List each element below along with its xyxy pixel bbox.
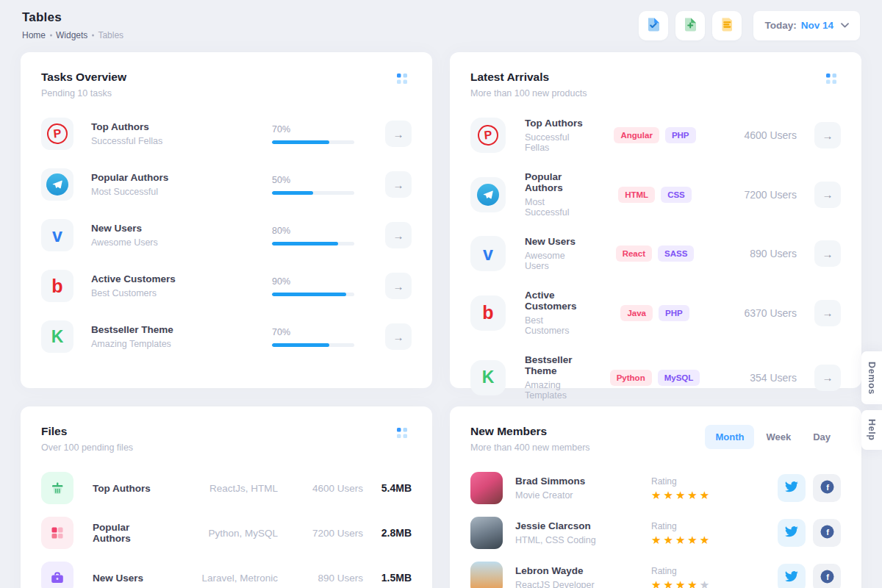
tag-badge: MySQL (658, 370, 700, 386)
arrival-subtitle: Most Successful (525, 197, 589, 218)
svg-text:f: f (826, 528, 829, 537)
task-title: Active Customers (91, 273, 272, 284)
latest-arrivals-card: Latest Arrivals More than 100 new produc… (450, 52, 861, 388)
dots-grid-icon (397, 74, 407, 87)
member-rating: Rating ★★★★★ (651, 566, 778, 588)
arrival-arrow-button[interactable]: → (814, 122, 841, 148)
task-row: b Active Customers Best Customers 90% → (41, 270, 412, 302)
twitter-button[interactable] (778, 519, 806, 547)
arrival-title: Bestseller Theme (525, 354, 589, 376)
arrival-arrow-button[interactable]: → (814, 300, 841, 326)
file-tech: Python, MySQL (160, 528, 278, 539)
topbar: Tables Home Widgets Tables (21, 9, 861, 52)
demos-side-tab[interactable]: Demos (861, 351, 882, 404)
file-size: 2.8MB (363, 527, 412, 539)
tasks-overview-menu-button[interactable] (392, 71, 412, 90)
arrival-text: Bestseller Theme Amazing Templates (525, 354, 589, 401)
facebook-icon: f (820, 525, 834, 542)
facebook-button[interactable]: f (813, 519, 841, 547)
file-plus-button[interactable] (675, 11, 705, 40)
arrival-title: Top Authors (525, 118, 589, 129)
period-tabs: Month Week Day (705, 425, 841, 449)
twitter-button[interactable] (778, 474, 806, 502)
file-lines-icon (719, 16, 735, 35)
member-name: Lebron Wayde (515, 565, 651, 576)
member-name: Jessie Clarcson (515, 520, 651, 531)
file-plus-icon (682, 16, 698, 35)
facebook-button[interactable]: f (813, 564, 841, 588)
twitter-button[interactable] (778, 564, 806, 588)
facebook-button[interactable]: f (813, 474, 841, 502)
task-arrow-button[interactable]: → (385, 171, 412, 198)
member-row: Jessie Clarcson HTML, CSS Coding Rating … (470, 517, 841, 549)
files-menu-button[interactable] (392, 425, 412, 444)
arrow-right-icon: → (822, 306, 833, 319)
arrow-right-icon: → (822, 248, 833, 260)
twitter-icon (785, 525, 798, 541)
task-title: Top Authors (91, 121, 272, 132)
task-row: P Top Authors Successful Fellas 70% → (41, 118, 412, 150)
kickstarter-icon: K (470, 360, 506, 395)
task-progress: 80% (272, 226, 354, 245)
tab-month[interactable]: Month (705, 425, 754, 449)
progress-fill (272, 140, 329, 144)
task-arrow-button[interactable]: → (385, 273, 412, 299)
file-tech: Laravel, Metronic (160, 573, 278, 584)
task-arrow-button[interactable]: → (385, 222, 412, 248)
page-heading: Tables Home Widgets Tables (22, 10, 123, 40)
vimeo-icon: v (470, 236, 506, 271)
arrival-users: 7200 Users (720, 189, 797, 201)
arrival-subtitle: Best Customers (525, 315, 589, 336)
files-header: Files Over 100 pending files (41, 425, 412, 453)
chevron-down-icon (841, 23, 849, 28)
progress-fill (272, 242, 338, 245)
arrow-right-icon: → (822, 188, 833, 201)
latest-arrivals-heading: Latest Arrivals More than 100 new produc… (470, 71, 587, 98)
arrow-right-icon: → (822, 371, 833, 384)
file-users: 890 Users (278, 573, 363, 584)
breadcrumb-home[interactable]: Home (22, 30, 46, 40)
today-label: Today: (764, 20, 796, 31)
arrival-text: Active Customers Best Customers (525, 290, 589, 336)
task-progress: 70% (272, 327, 354, 347)
rating-label: Rating (651, 521, 778, 531)
tab-week[interactable]: Week (756, 425, 801, 449)
arrival-tags: Java PHP (589, 305, 720, 321)
arrival-users: 890 Users (720, 248, 797, 259)
arrival-arrow-button[interactable]: → (814, 182, 841, 208)
arrival-arrow-button[interactable]: → (814, 240, 841, 267)
file-row: Popular Authors Python, MySQL 7200 Users… (41, 517, 412, 549)
arrival-subtitle: Successful Fellas (525, 132, 589, 153)
help-side-tab[interactable]: Help (861, 410, 882, 450)
arrival-arrow-button[interactable]: → (814, 365, 841, 391)
tasks-overview-title: Tasks Overview (41, 71, 126, 84)
date-dropdown[interactable]: Today: Nov 14 (753, 11, 860, 40)
task-arrow-button[interactable]: → (385, 323, 412, 350)
member-row: Brad Simmons Movie Creator Rating ★★★★★ … (470, 472, 841, 504)
arrival-subtitle: Amazing Templates (525, 380, 589, 401)
file-lines-button[interactable] (712, 11, 742, 40)
avatar (470, 472, 503, 504)
avatar (470, 562, 503, 588)
member-text: Jessie Clarcson HTML, CSS Coding (515, 520, 651, 545)
breadcrumb-widgets[interactable]: Widgets (56, 30, 87, 40)
task-arrow-button[interactable]: → (385, 121, 412, 147)
task-subtitle: Successful Fellas (91, 136, 272, 146)
file-check-button[interactable] (639, 11, 668, 40)
member-socials: f (778, 564, 841, 588)
telegram-icon (470, 177, 506, 212)
task-row: K Bestseller Theme Amazing Templates 70%… (41, 320, 412, 353)
tab-day[interactable]: Day (803, 425, 841, 449)
latest-arrivals-menu-button[interactable] (822, 71, 841, 90)
arrival-row: b Active Customers Best Customers Java P… (470, 290, 841, 336)
latest-arrivals-header: Latest Arrivals More than 100 new produc… (470, 71, 841, 98)
arrival-row: Popular Authors Most Successful HTML CSS… (470, 171, 841, 218)
task-text: Bestseller Theme Amazing Templates (91, 324, 272, 349)
arrival-title: New Users (525, 236, 589, 247)
kickstarter-icon: K (41, 320, 74, 353)
star-rating: ★★★★★ (651, 534, 778, 545)
file-users: 7200 Users (278, 528, 363, 539)
twitter-icon (785, 480, 798, 496)
task-text: Top Authors Successful Fellas (91, 121, 272, 146)
arrow-right-icon: → (393, 229, 404, 242)
